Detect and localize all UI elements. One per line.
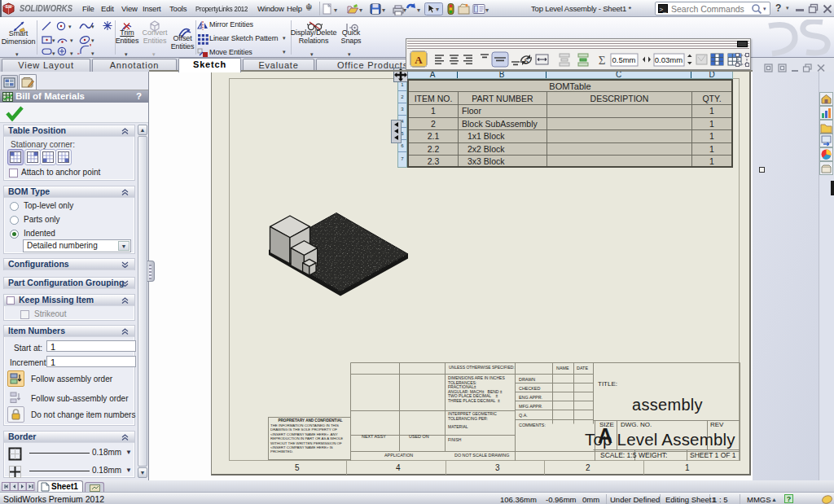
svg-text:0.03mm: 0.03mm bbox=[655, 55, 683, 64]
svg-text:▾: ▾ bbox=[334, 7, 337, 14]
svg-text:▾: ▾ bbox=[436, 6, 439, 13]
svg-text:0.5mm: 0.5mm bbox=[612, 55, 635, 64]
svg-text:▾: ▾ bbox=[403, 7, 406, 14]
svg-text:▾: ▾ bbox=[417, 7, 420, 14]
svg-text:SW: SW bbox=[5, 4, 11, 9]
svg-text:▾: ▾ bbox=[485, 7, 489, 14]
svg-text:S: S bbox=[524, 57, 529, 65]
svg-text:Σ: Σ bbox=[599, 54, 606, 67]
svg-text:▾: ▾ bbox=[359, 7, 362, 14]
svg-text:▾: ▾ bbox=[382, 7, 385, 14]
svg-text:A: A bbox=[415, 54, 423, 66]
